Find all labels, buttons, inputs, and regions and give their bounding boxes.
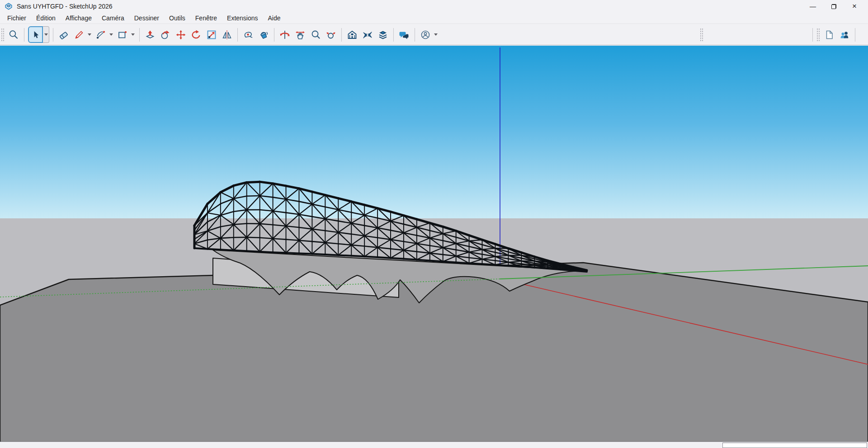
toolbar-separator	[855, 28, 855, 42]
arc-tool-dropdown[interactable]	[108, 28, 114, 42]
chevron-down-icon	[131, 33, 135, 36]
search-icon	[8, 29, 19, 40]
select-tool-group	[28, 26, 49, 43]
menu-edition[interactable]: Édition	[31, 13, 61, 24]
tape-measure-icon	[243, 29, 254, 40]
menu-dessiner[interactable]: Dessiner	[129, 13, 164, 24]
rectangle-tool-dropdown[interactable]	[130, 28, 136, 42]
chevron-down-icon	[109, 33, 113, 36]
account-button[interactable]	[419, 28, 432, 42]
select-cursor-icon	[31, 30, 40, 39]
search-tool-button[interactable]	[7, 28, 20, 42]
toolbar-grip[interactable]	[700, 28, 703, 42]
3d-warehouse-icon	[347, 29, 358, 40]
toolbar-separator	[237, 28, 238, 42]
title-bar: Sans UYHTGFD - SketchUp 2026 — ×	[0, 0, 868, 13]
toolbar-grip[interactable]	[1, 28, 4, 42]
toolbar-separator	[53, 28, 53, 42]
paint-bucket-icon	[258, 29, 269, 40]
select-tool-dropdown[interactable]	[43, 26, 49, 43]
arc-tool-button[interactable]	[94, 28, 108, 42]
pan-icon	[295, 29, 306, 40]
minimize-button[interactable]: —	[802, 0, 823, 13]
menu-fenetre[interactable]: Fenêtre	[190, 13, 222, 24]
restore-icon	[831, 4, 836, 9]
scale-tool-button[interactable]	[205, 28, 218, 42]
toolbar-separator	[274, 28, 274, 42]
menu-affichage[interactable]: Affichage	[61, 13, 97, 24]
account-dropdown[interactable]	[433, 28, 439, 42]
new-document-button[interactable]	[822, 28, 836, 42]
orbit-tool-button[interactable]	[278, 28, 292, 42]
menu-extensions[interactable]: Extensions	[222, 13, 263, 24]
maximize-restore-button[interactable]	[823, 0, 844, 13]
extension-warehouse-icon	[362, 29, 373, 40]
zoom-tool-button[interactable]	[309, 28, 322, 42]
toolbar-separator	[341, 28, 342, 42]
line-tool-dropdown[interactable]	[87, 28, 92, 42]
sketchup-window: Sans UYHTGFD - SketchUp 2026 — × Fichier…	[0, 0, 868, 448]
close-button[interactable]: ×	[844, 0, 865, 13]
scale-icon	[206, 29, 217, 40]
line-tool-button[interactable]	[72, 28, 86, 42]
flip-tool-button[interactable]	[220, 28, 234, 42]
zoom-extents-icon	[326, 29, 336, 40]
measurements-box[interactable]	[722, 443, 867, 448]
extension-warehouse-button[interactable]	[361, 28, 374, 42]
pencil-line-icon	[74, 29, 85, 40]
move-icon	[175, 29, 186, 40]
move-tool-button[interactable]	[174, 28, 188, 42]
tape-measure-tool-button[interactable]	[241, 28, 255, 42]
push-pull-icon	[145, 29, 156, 40]
model-viewport[interactable]	[0, 45, 868, 442]
pan-tool-button[interactable]	[293, 28, 307, 42]
sketchup-logo-icon	[5, 2, 13, 10]
sky	[0, 46, 868, 218]
toolbar	[0, 24, 868, 45]
toolbar-separator	[812, 28, 813, 42]
terrain-plane	[0, 263, 868, 442]
chevron-down-icon	[44, 33, 48, 36]
eraser-icon	[58, 29, 69, 40]
toolbar-grip[interactable]	[816, 28, 820, 42]
toolbar-separator	[139, 28, 140, 42]
follow-me-icon	[160, 29, 171, 40]
feedback-button[interactable]	[397, 28, 411, 42]
chat-bubbles-icon	[399, 29, 410, 40]
menu-bar: Fichier Édition Affichage Caméra Dessine…	[0, 13, 868, 24]
account-icon	[420, 29, 431, 40]
push-pull-tool-button[interactable]	[143, 28, 157, 42]
toolbar-separator	[393, 28, 394, 42]
chevron-down-icon	[434, 33, 438, 36]
styles-layers-button[interactable]	[376, 28, 390, 42]
toolbar-separator	[415, 28, 415, 42]
rotate-icon	[191, 29, 202, 40]
people-icon	[839, 29, 850, 40]
paint-bucket-tool-button[interactable]	[257, 28, 270, 42]
orbit-icon	[279, 29, 290, 40]
flip-icon	[222, 29, 232, 40]
chevron-down-icon	[88, 33, 91, 36]
menu-outils[interactable]: Outils	[164, 13, 190, 24]
layers-icon	[377, 29, 388, 40]
menu-aide[interactable]: Aide	[263, 13, 286, 24]
window-title: Sans UYHTGFD - SketchUp 2026	[17, 3, 113, 10]
toolbar-right-group	[810, 24, 858, 45]
rotate-tool-button[interactable]	[189, 28, 203, 42]
arc-icon	[95, 29, 106, 40]
menu-camera[interactable]: Caméra	[97, 13, 129, 24]
eraser-tool-button[interactable]	[57, 28, 71, 42]
follow-me-tool-button[interactable]	[159, 28, 172, 42]
zoom-extents-tool-button[interactable]	[324, 28, 338, 42]
menu-fichier[interactable]: Fichier	[2, 13, 31, 24]
collaborators-button[interactable]	[838, 28, 851, 42]
toolbar-separator	[24, 28, 24, 42]
rectangle-tool-button[interactable]	[116, 28, 129, 42]
status-bar	[0, 442, 868, 448]
zoom-icon	[310, 29, 321, 40]
model-scene	[0, 46, 868, 442]
3d-warehouse-button[interactable]	[345, 28, 359, 42]
rectangle-icon	[117, 29, 128, 40]
select-tool-button[interactable]	[28, 26, 43, 43]
document-icon	[824, 29, 835, 40]
